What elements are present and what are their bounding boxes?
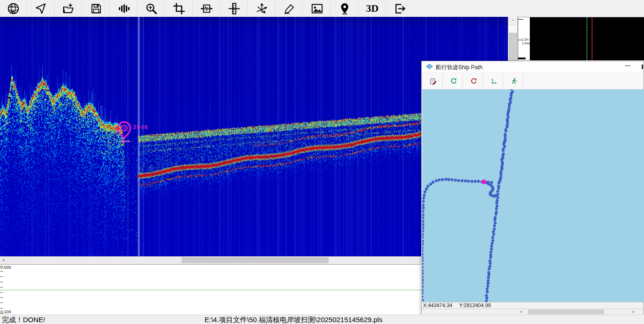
toolbar-button-export[interactable]: [387, 0, 413, 16]
toolbar-separator: [503, 74, 503, 88]
levels-icon: [117, 2, 130, 15]
signal-gate-icon: [200, 2, 213, 15]
ship-toolbar-button-edit-log[interactable]: [425, 74, 441, 88]
depth-label: 2.2m: [522, 38, 528, 41]
amp-tick: [0, 308, 3, 309]
status-message: 完成！DONE!: [2, 316, 45, 324]
amp-tick: [0, 287, 3, 288]
window-diamond-icon: [426, 64, 433, 70]
echogram-vertical-scrollbar[interactable]: ^: [508, 17, 518, 61]
location-pin-icon: [338, 2, 351, 15]
amp-tick: [0, 276, 3, 277]
window-title: 船行轨迹Ship Path: [436, 64, 483, 72]
ship-map-horizontal-scrollbar[interactable]: < >: [422, 309, 644, 315]
map-scroll-right-button[interactable]: >: [629, 309, 637, 315]
scale-tick: [518, 58, 526, 59]
ship-track-map[interactable]: [422, 89, 644, 302]
amp-tick: [0, 266, 3, 266]
amp-tick: [0, 271, 3, 272]
scroll-up-button[interactable]: ^: [508, 17, 518, 25]
minimize-button[interactable]: —: [621, 62, 634, 72]
toolbar-button-location-pin[interactable]: [331, 0, 358, 16]
ruler-icon: [228, 2, 241, 15]
toolbar-button-ruler[interactable]: [221, 0, 248, 16]
cursor-icon: [35, 2, 47, 15]
edit-log-icon: [430, 78, 437, 85]
toolbar-button-globe[interactable]: [0, 0, 27, 16]
toolbar-separator: [442, 74, 443, 88]
coordinate-x: X:443474.34: [423, 302, 452, 308]
ship-toolbar-button-follow-ship[interactable]: [506, 74, 522, 88]
toolbar-button-image[interactable]: [304, 0, 330, 16]
ship-path-statusbar: X:443474.34 Y:2812404.99: [422, 302, 644, 309]
ship-toolbar-button-rotate-red[interactable]: [466, 74, 482, 88]
toolbar-button-open-folder[interactable]: [55, 0, 82, 16]
maximize-button-partial[interactable]: [642, 65, 643, 69]
scroll-left-button[interactable]: <: [0, 257, 7, 264]
ascan-trace-dots: [587, 17, 587, 60]
time-label: 2.9ms: [522, 42, 530, 45]
image-icon: [311, 2, 323, 15]
export-icon: [394, 2, 406, 15]
toolbar-button-signal-gate[interactable]: [193, 0, 220, 16]
toolbar-button-levels[interactable]: [110, 0, 137, 16]
toolbar-button-annotate-pen[interactable]: [276, 0, 303, 16]
scale-tick: [518, 40, 522, 40]
scale-tick: [518, 19, 523, 20]
amp-tick: [0, 282, 3, 282]
toolbar-separator: [523, 74, 523, 88]
ascan-depth-scale: 2.2m 2.9ms: [518, 17, 530, 60]
main-toolbar: 3D: [0, 0, 644, 17]
coordinate-y: Y:2812404.99: [459, 302, 491, 308]
rotate-green-icon: [450, 78, 457, 85]
toolbar-button-zoom-in[interactable]: [138, 0, 165, 16]
toolbar-separator: [483, 74, 483, 88]
ship-path-window[interactable]: 船行轨迹Ship Path — X:443474.34 Y:2812404.99…: [421, 61, 644, 314]
amp-tick: [0, 297, 3, 298]
ship-path-titlebar[interactable]: 船行轨迹Ship Path —: [422, 61, 644, 73]
amp-tick: [0, 292, 3, 293]
ship-toolbar-button-axis-arrow[interactable]: [486, 74, 502, 88]
annotate-pen-icon: [283, 2, 296, 15]
map-scroll-left-button[interactable]: <: [518, 309, 525, 315]
amp-tick: [0, 313, 3, 314]
ascan-cursor-line: [592, 17, 593, 60]
toolbar-button-threed[interactable]: 3D: [359, 0, 386, 16]
open-folder-icon: [62, 2, 75, 15]
ascan-panel: [530, 17, 644, 60]
save-icon: [90, 2, 102, 15]
file-path: E:\4.项目文件\50.福清核电岸坡扫测\20250215145629.pls: [205, 316, 382, 324]
ship-path-toolbar: [422, 73, 644, 90]
globe-icon: [7, 2, 20, 15]
rotate-red-icon: [470, 78, 477, 85]
follow-ship-icon: [510, 78, 518, 85]
axes-icon: [256, 2, 268, 15]
axis-arrow-icon: [490, 78, 498, 85]
zoom-in-icon: [145, 2, 158, 15]
toolbar-button-cursor[interactable]: [28, 0, 54, 16]
horizontal-scroll-thumb[interactable]: [182, 257, 329, 263]
vertical-scroll-thumb[interactable]: [509, 33, 517, 61]
ship-toolbar-button-rotate-green[interactable]: [446, 74, 461, 88]
crop-icon: [173, 2, 185, 15]
toolbar-separator: [462, 74, 463, 88]
toolbar-button-save[interactable]: [83, 0, 110, 16]
toolbar-button-axes[interactable]: [249, 0, 275, 16]
status-bar: 完成！DONE! E:\4.项目文件\50.福清核电岸坡扫测\202502151…: [0, 315, 644, 324]
map-scroll-thumb[interactable]: [528, 310, 604, 314]
toolbar-button-crop[interactable]: [166, 0, 192, 16]
amp-tick: [0, 302, 3, 303]
threed-label: 3D: [366, 2, 379, 14]
